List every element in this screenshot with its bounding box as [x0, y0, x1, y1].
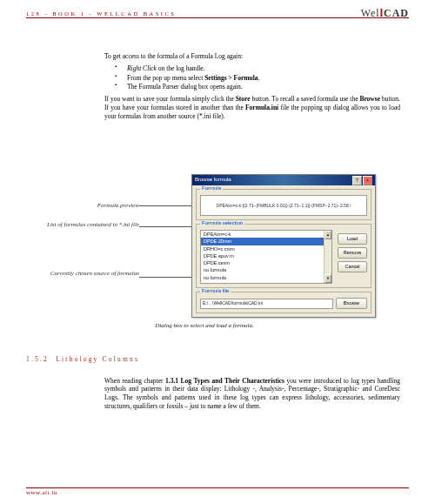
footer-url: www.alt.lu — [26, 489, 57, 497]
formula-listbox[interactable]: DPEAtm=c·k DPDE·20mm DRHO=c·cnrm DPDE·ap… — [200, 230, 332, 284]
scroll-up-icon[interactable]: ▲ — [325, 231, 331, 239]
side-buttons: Load Remove Cancel — [338, 233, 367, 272]
bullet-item: From the pop up menu select Settings > F… — [118, 74, 400, 83]
header-left: 128 - BOOK 1 - WELLCAD BASICS — [26, 10, 176, 17]
section-body: When reading chapter 1.3.1 Log Types and… — [104, 370, 400, 417]
annot-source: Currently chosen source of formulas — [35, 270, 139, 278]
page-header: 128 - BOOK 1 - WELLCAD BASICS WellCAD — [26, 7, 409, 21]
brand-logo: WellCAD — [361, 7, 409, 21]
dialog-title: Browse formula — [195, 177, 231, 184]
group-title: Formula selection — [200, 220, 244, 227]
group-title: Formula file — [200, 288, 231, 295]
path-field[interactable]: E:\…\WellCAD\formula\CAD.ini — [200, 299, 333, 309]
group-title: Formula — [200, 185, 223, 192]
browse-formula-dialog: Browse formula ? × Formula DPEAtm=c·k·{(… — [191, 174, 376, 318]
group-formula: Formula DPEAtm=c·k·{(2.71−(FMBULK·0.01))… — [196, 189, 371, 220]
cancel-button[interactable]: Cancel — [338, 261, 367, 272]
body-text: To get access to the formula of a Formul… — [104, 52, 400, 124]
footer-rule — [26, 487, 409, 488]
bullet-list: Right Click on the log handle. From the … — [104, 64, 400, 91]
bullet-item: Right Click on the log handle. — [118, 64, 400, 73]
group-selection: Formula selection DPEAtm=c·k DPDE·20mm D… — [196, 224, 371, 288]
load-button[interactable]: Load — [338, 233, 367, 245]
bullet-item: The Formula Parser dialog box opens agai… — [118, 83, 400, 91]
list-item[interactable]: DPDE·apov·m — [201, 252, 331, 259]
scrollbar[interactable]: ▲ ▼ — [324, 231, 331, 283]
save-para: If you want to save your formula simply … — [104, 95, 400, 120]
section-num: 1.5.2 — [26, 355, 49, 363]
list-item[interactable]: DPDE·20mm — [201, 238, 331, 245]
formula-preview: DPEAtm=c·k·{(2.71−(FMBULK·0.01))·(2.71−1… — [200, 195, 367, 216]
browse-button[interactable]: Browse — [336, 298, 367, 309]
scroll-down-icon[interactable]: ▼ — [325, 274, 331, 283]
group-file: Formula file E:\…\WellCAD\formula\CAD.in… — [196, 292, 371, 313]
path-row: E:\…\WellCAD\formula\CAD.ini Browse — [200, 298, 367, 309]
section-para: When reading chapter 1.3.1 Log Types and… — [104, 377, 400, 411]
header-rule — [26, 17, 409, 18]
window-buttons: ? × — [352, 176, 372, 185]
figure-caption: Dialog box to select and load a formula. — [26, 322, 383, 330]
annot-preview: Formula preview — [35, 202, 139, 210]
list-item[interactable]: DPDE·cevm — [201, 259, 331, 266]
list-item[interactable]: DRHO=c·cnrm — [201, 245, 331, 252]
intro-para: To get access to the formula of a Formul… — [104, 52, 400, 61]
list-item[interactable]: no formula — [201, 266, 331, 273]
list-item[interactable]: DPEAtm=c·k — [201, 231, 331, 238]
help-icon[interactable]: ? — [352, 176, 362, 185]
annot-list: List of formulas contained in *.ini file — [35, 221, 139, 229]
close-icon[interactable]: × — [363, 176, 372, 185]
list-item[interactable]: no formula — [201, 274, 331, 281]
figure: Formula preview List of formulas contain… — [26, 174, 409, 357]
page: 128 - BOOK 1 - WELLCAD BASICS WellCAD To… — [0, 0, 435, 504]
dialog-titlebar[interactable]: Browse formula ? × — [192, 175, 375, 185]
remove-button[interactable]: Remove — [338, 247, 367, 259]
section-heading: 1.5.2 Lithology Columns — [26, 355, 139, 364]
section-title: Lithology Columns — [56, 355, 139, 363]
